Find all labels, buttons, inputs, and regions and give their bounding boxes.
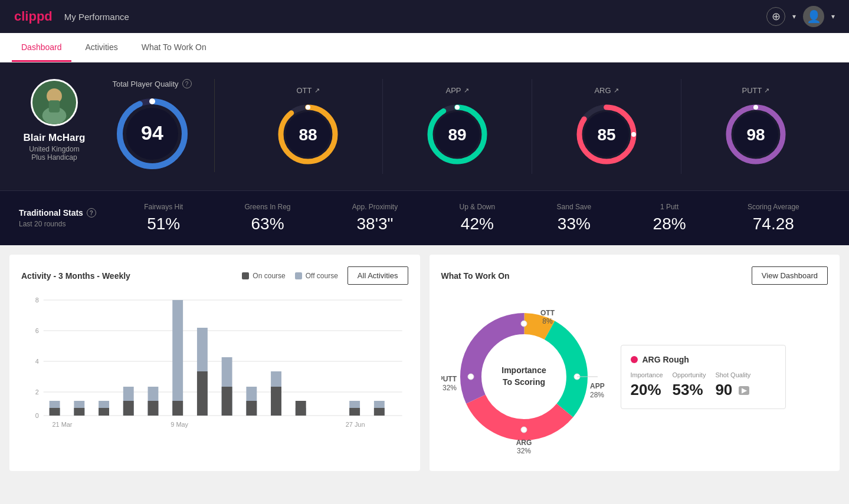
off-course-dot [295,272,302,279]
wtwo-donut-area: Importance To Scoring OTT 8% APP 28% AR [441,294,607,459]
stat-greens-in-reg: Greens In Reg 63% [244,203,290,233]
putt-header: PUTT ↗ [742,86,770,95]
stat-scoring-avg: Scoring Average 74.28 [748,203,799,233]
svg-point-72 [483,335,565,418]
svg-point-76 [574,374,580,380]
player-country: United Kingdom [29,145,79,153]
player-handicap: Plus Handicap [31,153,77,162]
svg-text:85: 85 [597,126,615,144]
avatar-dropdown-icon[interactable]: ▾ [831,12,835,21]
what-to-work-on-panel: What To Work On View Dashboard [430,255,840,471]
total-quality-section: Total Player Quality ? 94 [109,79,215,172]
tabs-nav: Dashboard Activities What To Work On [0,33,849,62]
tab-dashboard[interactable]: Dashboard [12,33,71,62]
svg-point-77 [521,427,527,433]
svg-point-23 [631,132,636,137]
arg-rough-metrics: Importance 20% Opportunity 53% Shot Qual… [631,371,776,399]
svg-rect-50 [172,401,183,416]
bottom-panels: Activity - 3 Months - Weekly On course O… [0,245,849,480]
player-avatar [31,79,78,126]
stat-fairways-hit: Fairways Hit 51% [144,203,183,233]
stat-app-proximity: App. Proximity 38'3" [352,203,398,233]
svg-rect-60 [296,401,306,416]
tab-activities[interactable]: Activities [76,33,127,62]
chart-legend: On course Off course [242,272,338,280]
stat-1-putt: 1 Putt 28% [653,203,686,233]
player-name: Blair McHarg [24,132,86,144]
svg-rect-40 [50,408,60,416]
shot-quality-badge: ▶ [739,386,749,395]
header-left: clippd My Performance [14,9,129,24]
player-info: Blair McHarg United Kingdom Plus Handica… [19,79,90,162]
svg-rect-56 [246,401,257,416]
metric-columns: OTT ↗ 88 APP ↗ 89 [234,79,830,174]
svg-text:32%: 32% [516,447,530,455]
svg-point-78 [468,374,474,380]
header-dropdown-icon[interactable]: ▾ [792,12,796,21]
wtwo-donut-svg: Importance To Scoring OTT 8% APP 28% AR [441,294,607,459]
svg-rect-46 [123,401,134,416]
svg-text:27 Jun: 27 Jun [346,421,365,428]
svg-text:Importance: Importance [501,365,546,375]
plus-icon: ⊕ [772,10,781,23]
svg-rect-64 [374,408,385,416]
svg-text:32%: 32% [442,384,456,392]
tab-what-to-work-on[interactable]: What To Work On [132,33,216,62]
avatar[interactable]: 👤 [803,6,824,27]
svg-rect-49 [172,300,183,416]
header: clippd My Performance ⊕ ▾ 👤 ▾ [0,0,849,33]
arg-rough-dot [631,356,638,363]
stat-items: Fairways Hit 51% Greens In Reg 63% App. … [113,203,830,233]
arg-rough-title: ARG Rough [631,355,776,364]
svg-text:ARG: ARG [516,439,532,447]
all-activities-button[interactable]: All Activities [348,266,408,285]
metric-ott: OTT ↗ 88 [234,79,383,174]
svg-rect-54 [222,387,232,416]
arg-header: ARG ↗ [594,86,618,95]
metric-arg: ARG ↗ 85 [532,79,681,174]
svg-rect-3 [49,100,60,112]
add-button[interactable]: ⊕ [766,7,785,26]
metric-putt: PUTT ↗ 98 [681,79,830,174]
svg-rect-48 [148,401,159,416]
svg-point-28 [753,105,758,110]
svg-text:2: 2 [35,388,39,396]
trad-stats-info-icon[interactable]: ? [87,208,96,218]
view-dashboard-button[interactable]: View Dashboard [752,266,828,285]
tpq-label: Total Player Quality ? [113,79,192,88]
stat-sand-save: Sand Save 33% [557,203,592,233]
tpq-info-icon[interactable]: ? [182,79,192,88]
svg-text:21 Mar: 21 Mar [53,421,73,428]
svg-text:89: 89 [448,126,466,144]
activity-chart-svg: 8 6 4 2 0 [21,294,408,430]
svg-text:88: 88 [299,126,317,144]
svg-text:OTT: OTT [540,309,555,317]
svg-text:To Scoring: To Scoring [502,377,545,387]
putt-arrow-icon: ↗ [764,87,769,94]
app-arrow-icon: ↗ [464,87,469,94]
svg-rect-44 [99,408,109,416]
activity-panel: Activity - 3 Months - Weekly On course O… [9,255,420,471]
svg-text:0: 0 [35,412,39,419]
wtwo-panel-header: What To Work On View Dashboard [441,266,828,285]
trad-stats-label: Traditional Stats ? Last 20 rounds [19,208,113,228]
svg-text:6: 6 [35,327,39,334]
total-quality-ring: 94 [114,95,191,172]
on-course-dot [242,272,249,279]
header-title: My Performance [64,12,129,22]
svg-text:9 May: 9 May [171,421,188,428]
ott-header: OTT ↗ [297,86,320,95]
svg-text:8%: 8% [542,317,553,325]
wtwo-shot-quality: Shot Quality 90 ▶ [715,371,750,399]
player-banner: Blair McHarg United Kingdom Plus Handica… [0,62,849,190]
svg-rect-42 [74,408,84,416]
svg-text:94: 94 [141,121,163,144]
svg-text:APP: APP [590,382,605,390]
svg-point-75 [521,321,527,327]
wtwo-title: What To Work On [441,271,510,281]
svg-text:28%: 28% [590,391,604,399]
stat-up-down: Up & Down 42% [460,203,496,233]
activity-panel-header: Activity - 3 Months - Weekly On course O… [21,266,408,285]
legend-off-course: Off course [295,272,338,280]
svg-text:98: 98 [746,126,765,144]
